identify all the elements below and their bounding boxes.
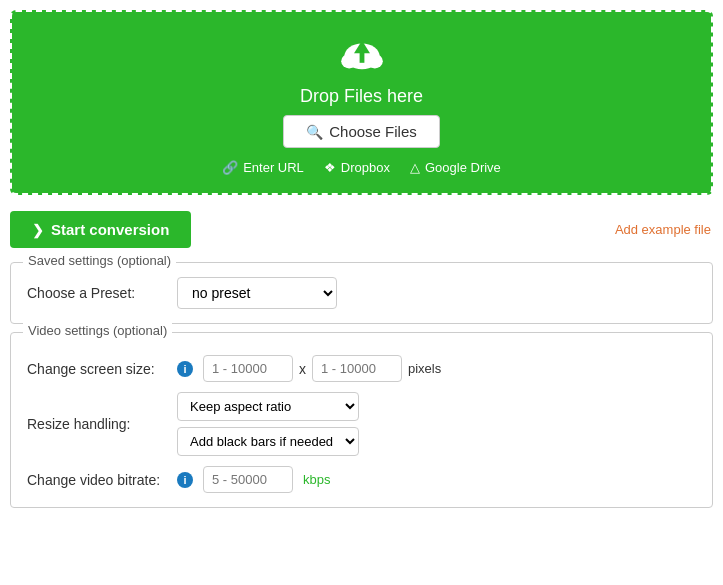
- video-settings-legend: Video settings (optional): [23, 323, 172, 338]
- bitrate-info-icon[interactable]: i: [177, 472, 193, 488]
- kbps-label: kbps: [303, 472, 330, 487]
- resize-select-sub[interactable]: Add black bars if needed No black bars: [177, 427, 359, 456]
- enter-url-link[interactable]: 🔗 Enter URL: [222, 160, 304, 175]
- bitrate-row: Change video bitrate: i kbps: [27, 466, 696, 493]
- resize-handling-label: Resize handling:: [27, 416, 167, 432]
- drop-files-text: Drop Files here: [300, 86, 423, 107]
- screen-height-input[interactable]: [312, 355, 402, 382]
- dropbox-icon: ❖: [324, 160, 336, 175]
- screen-size-label: Change screen size:: [27, 361, 167, 377]
- screen-size-x-separator: x: [299, 361, 306, 377]
- resize-select-main[interactable]: Keep aspect ratio Add black bars if need…: [177, 392, 359, 421]
- video-settings-section: Video settings (optional) Change screen …: [10, 332, 713, 508]
- google-drive-link[interactable]: △ Google Drive: [410, 160, 501, 175]
- chevron-right-icon: ❯: [32, 222, 44, 238]
- resize-selects-container: Keep aspect ratio Add black bars if need…: [177, 392, 359, 456]
- screen-size-info-icon[interactable]: i: [177, 361, 193, 377]
- saved-settings-legend: Saved settings (optional): [23, 253, 176, 268]
- video-settings-rows: Change screen size: i x pixels Resize ha…: [27, 355, 696, 493]
- svg-point-2: [366, 54, 382, 68]
- screen-size-row: Change screen size: i x pixels: [27, 355, 696, 382]
- bitrate-input[interactable]: [203, 466, 293, 493]
- upload-dropzone[interactable]: Drop Files here 🔍 Choose Files 🔗 Enter U…: [10, 10, 713, 195]
- preset-select[interactable]: no preset: [177, 277, 337, 309]
- add-example-file-link[interactable]: Add example file: [615, 222, 711, 237]
- preset-label: Choose a Preset:: [27, 285, 167, 301]
- saved-settings-section: Saved settings (optional) Choose a Prese…: [10, 262, 713, 324]
- screen-size-inputs: x pixels: [203, 355, 441, 382]
- pixels-label: pixels: [408, 361, 441, 376]
- google-drive-icon: △: [410, 160, 420, 175]
- bitrate-label: Change video bitrate:: [27, 472, 167, 488]
- upload-cloud-icon: [338, 30, 386, 78]
- resize-handling-row: Resize handling: Keep aspect ratio Add b…: [27, 392, 696, 456]
- search-icon: 🔍: [306, 124, 323, 140]
- dropbox-link[interactable]: ❖ Dropbox: [324, 160, 390, 175]
- svg-rect-4: [359, 52, 364, 63]
- upload-links-row: 🔗 Enter URL ❖ Dropbox △ Google Drive: [222, 160, 501, 175]
- start-conversion-button[interactable]: ❯ Start conversion: [10, 211, 191, 248]
- svg-point-1: [341, 54, 357, 68]
- toolbar-row: ❯ Start conversion Add example file: [0, 205, 723, 254]
- link-icon: 🔗: [222, 160, 238, 175]
- screen-width-input[interactable]: [203, 355, 293, 382]
- preset-row: Choose a Preset: no preset: [27, 277, 696, 309]
- choose-files-button[interactable]: 🔍 Choose Files: [283, 115, 440, 148]
